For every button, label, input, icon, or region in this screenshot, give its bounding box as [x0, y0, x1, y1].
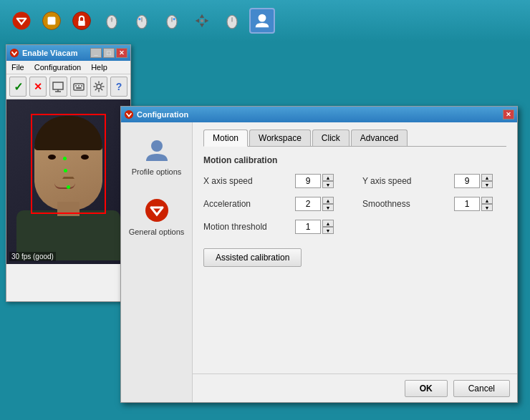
svg-marker-17 — [196, 19, 199, 23]
general-options-button[interactable]: General options — [125, 193, 189, 239]
acceleration-label: Acceleration — [203, 199, 289, 209]
assisted-calibration-button[interactable]: Assisted calibration — [203, 248, 302, 267]
svg-point-14 — [173, 18, 175, 20]
accel-up-button[interactable]: ▲ — [322, 197, 334, 204]
camera-feed: 30 fps (good) — [6, 99, 130, 264]
threshold-down-button[interactable]: ▼ — [322, 227, 334, 234]
close-button[interactable]: ✕ — [116, 48, 127, 58]
x-axis-spin: ▲ ▼ — [295, 174, 334, 188]
stop-icon[interactable] — [39, 8, 64, 34]
svg-point-34 — [151, 140, 163, 152]
motion-tab-content: Motion calibration X axis speed ▲ ▼ — [203, 155, 506, 267]
config-footer: OK Cancel — [193, 373, 517, 402]
svg-rect-3 — [48, 17, 56, 25]
threshold-spin: ▲ ▼ — [295, 220, 334, 234]
mouse-icon-1[interactable] — [99, 8, 125, 34]
arrows-icon[interactable] — [189, 8, 215, 34]
mouse-icon-4[interactable] — [219, 8, 245, 34]
viacam-title: Enable Viacam — [22, 49, 77, 57]
maximize-button[interactable]: □ — [103, 48, 115, 58]
mouse-icon-2[interactable] — [129, 8, 155, 34]
acceleration-spin: ▲ ▼ — [295, 197, 334, 211]
tab-motion[interactable]: Motion — [203, 130, 248, 147]
svg-marker-16 — [200, 24, 204, 27]
help-button[interactable]: ? — [110, 77, 127, 97]
speed-row: X axis speed ▲ ▼ Y axis speed — [203, 174, 506, 188]
tab-workspace[interactable]: Workspace — [249, 130, 311, 146]
menu-file[interactable]: File — [9, 62, 26, 72]
profile-icon-sidebar — [143, 136, 171, 165]
taskbar — [0, 0, 530, 41]
svg-point-0 — [13, 12, 31, 30]
x-axis-label: X axis speed — [203, 176, 289, 186]
tab-click[interactable]: Click — [312, 130, 350, 146]
screen-button[interactable] — [49, 77, 67, 97]
smoothness-input[interactable] — [454, 197, 480, 211]
y-axis-up-button[interactable]: ▲ — [481, 174, 493, 181]
viacam-menubar: File Configuration Help — [6, 61, 130, 74]
config-sidebar: Profile options General options — [121, 122, 193, 402]
svg-point-33 — [125, 110, 133, 119]
smooth-down-button[interactable]: ▼ — [481, 204, 493, 211]
svg-point-23 — [10, 49, 19, 57]
check-button[interactable]: ✓ — [9, 77, 26, 97]
config-tabs: Motion Workspace Click Advanced — [203, 130, 506, 147]
y-axis-group: Y axis speed ▲ ▼ — [362, 174, 493, 188]
config-window: Configuration ✕ Profile options — [120, 106, 518, 403]
y-axis-label: Y axis speed — [362, 176, 448, 186]
menu-configuration[interactable]: Configuration — [32, 62, 83, 72]
cancel-button[interactable]: Cancel — [453, 380, 510, 397]
keyboard-button[interactable] — [70, 77, 87, 97]
x-axis-down-button[interactable]: ▼ — [322, 181, 334, 188]
y-axis-down-button[interactable]: ▼ — [481, 181, 493, 188]
profile-icon[interactable] — [249, 8, 275, 34]
svg-point-22 — [259, 14, 266, 22]
mouse-icon-3[interactable] — [159, 8, 185, 34]
svg-rect-27 — [74, 84, 84, 90]
config-main: Motion Workspace Click Advanced Motion c… — [193, 122, 517, 373]
accel-down-button[interactable]: ▼ — [322, 204, 334, 211]
section-title: Motion calibration — [203, 155, 506, 165]
ok-button[interactable]: OK — [405, 380, 448, 397]
svg-rect-5 — [78, 21, 85, 26]
acceleration-group: Acceleration ▲ ▼ — [203, 197, 334, 211]
smooth-up-button[interactable]: ▲ — [481, 197, 493, 204]
svg-point-8 — [110, 18, 112, 20]
config-title: Configuration — [137, 110, 188, 119]
viacam-logo-icon[interactable] — [9, 8, 34, 34]
lock-icon[interactable] — [69, 8, 95, 34]
profile-options-button[interactable]: Profile options — [125, 133, 189, 179]
acceleration-input[interactable] — [295, 197, 321, 211]
smoothness-spin: ▲ ▼ — [454, 197, 493, 211]
svg-marker-18 — [205, 19, 208, 23]
smoothness-group: Smoothness ▲ ▼ — [362, 197, 493, 211]
config-close-button[interactable]: ✕ — [503, 109, 514, 119]
menu-help[interactable]: Help — [89, 62, 110, 72]
threshold-up-button[interactable]: ▲ — [322, 220, 334, 227]
settings-button[interactable] — [90, 77, 107, 97]
svg-point-11 — [138, 18, 140, 20]
tab-advanced[interactable]: Advanced — [351, 130, 408, 146]
svg-point-19 — [201, 19, 204, 23]
accel-row: Acceleration ▲ ▼ Smoothness — [203, 197, 506, 211]
x-axis-input[interactable] — [295, 174, 321, 188]
x-axis-up-button[interactable]: ▲ — [322, 174, 334, 181]
threshold-input[interactable] — [295, 220, 321, 234]
general-icon-sidebar — [143, 196, 171, 225]
y-axis-input[interactable] — [454, 174, 480, 188]
smoothness-label: Smoothness — [362, 199, 448, 209]
viacam-toolbar: ✓ ✕ ? — [6, 74, 130, 99]
threshold-label: Motion threshold — [203, 222, 289, 232]
profile-options-label: Profile options — [132, 167, 182, 176]
svg-point-35 — [145, 199, 168, 222]
viacam-titlebar: Enable Viacam _ □ ✕ — [6, 45, 130, 61]
minimize-button[interactable]: _ — [90, 48, 102, 58]
stop-button[interactable]: ✕ — [29, 77, 47, 97]
y-axis-spin: ▲ ▼ — [454, 174, 493, 188]
general-options-label: General options — [129, 228, 185, 236]
config-titlebar: Configuration ✕ — [121, 107, 517, 122]
fps-label: 30 fps (good) — [9, 252, 56, 261]
viacam-window: Enable Viacam _ □ ✕ File Configuration H… — [6, 44, 131, 302]
threshold-row: Motion threshold ▲ ▼ — [203, 220, 506, 234]
x-axis-group: X axis speed ▲ ▼ — [203, 174, 334, 188]
